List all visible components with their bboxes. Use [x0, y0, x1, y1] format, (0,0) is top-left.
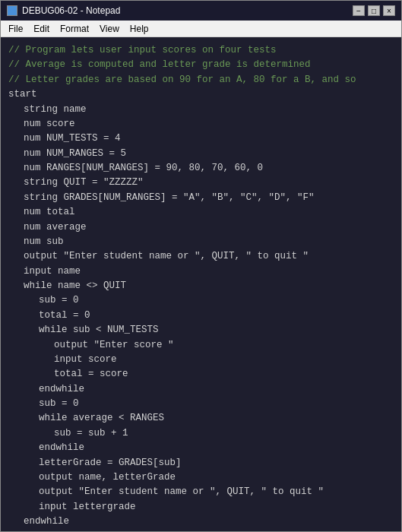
menu-view[interactable]: View — [95, 22, 124, 36]
close-button[interactable]: × — [383, 5, 395, 16]
code-line: input lettergrade — [8, 500, 394, 515]
code-line: num sub — [8, 235, 394, 249]
code-line: stop — [8, 529, 394, 531]
menu-edit[interactable]: Edit — [29, 22, 54, 36]
code-line: while name <> QUIT — [8, 279, 394, 293]
code-line: num NUM_TESTS = 4 — [8, 131, 394, 146]
code-line: num total — [8, 205, 394, 220]
code-line: output name, letterGrade — [8, 470, 394, 485]
code-line: sub = 0 — [8, 397, 394, 411]
code-line: start — [8, 87, 394, 102]
menu-file[interactable]: File — [4, 22, 27, 36]
menu-help[interactable]: Help — [125, 22, 154, 36]
code-line: num NUM_RANGES = 5 — [8, 147, 394, 161]
code-line: // Letter grades are based on 90 for an … — [8, 73, 394, 87]
code-line: endwhile — [8, 515, 394, 529]
code-line: output "Enter student name or ", QUIT, "… — [8, 485, 394, 499]
code-line: num average — [8, 220, 394, 235]
code-line: string GRADES[NUM_RANGES] = "A", "B", "C… — [8, 191, 394, 205]
maximize-button[interactable]: □ — [368, 5, 380, 16]
notepad-window: DEBUG06-02 - Notepad − □ × File Edit For… — [0, 0, 402, 532]
code-line: while sub < NUM_TESTS — [8, 323, 394, 337]
menu-bar: File Edit Format View Help — [1, 21, 401, 37]
code-line: input name — [8, 264, 394, 279]
window-title: DEBUG06-02 - Notepad — [22, 5, 120, 16]
code-line: string QUIT = "ZZZZZ" — [8, 176, 394, 190]
code-line: // Average is computed and letter grade … — [8, 58, 394, 72]
notepad-icon — [7, 5, 17, 16]
code-line: input score — [8, 353, 394, 367]
code-line: sub = 0 — [8, 293, 394, 308]
title-bar: DEBUG06-02 - Notepad − □ × — [1, 1, 401, 21]
code-line: output "Enter score " — [8, 338, 394, 353]
code-editor[interactable]: // Program lets user input scores on fou… — [1, 37, 401, 531]
code-line: total = 0 — [8, 309, 394, 323]
code-line: output "Enter student name or ", QUIT, "… — [8, 249, 394, 264]
title-bar-left: DEBUG06-02 - Notepad — [7, 5, 120, 16]
code-line: endwhile — [8, 382, 394, 397]
title-bar-controls: − □ × — [353, 5, 395, 16]
code-line: // Program lets user input scores on fou… — [8, 43, 394, 58]
code-line: num RANGES[NUM_RANGES] = 90, 80, 70, 60,… — [8, 161, 394, 176]
code-line: endwhile — [8, 441, 394, 455]
code-line: string name — [8, 103, 394, 117]
minimize-button[interactable]: − — [353, 5, 365, 16]
code-line: num score — [8, 117, 394, 131]
code-line: while average < RANGES — [8, 411, 394, 426]
code-line: total = score — [8, 367, 394, 382]
menu-format[interactable]: Format — [55, 22, 93, 36]
code-line: sub = sub + 1 — [8, 426, 394, 441]
code-line: letterGrade = GRADES[sub] — [8, 456, 394, 470]
